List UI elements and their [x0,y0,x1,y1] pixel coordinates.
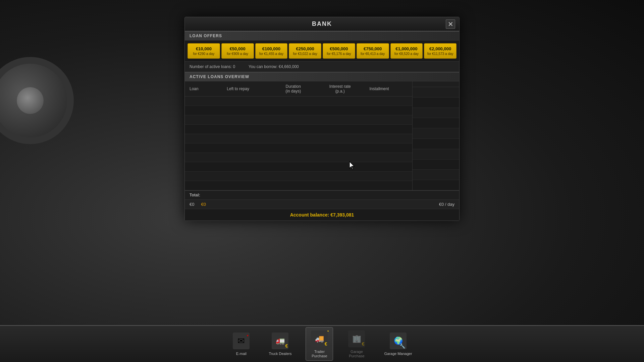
loan-offer-6[interactable]: €1,000,000 for €8,520 a day [390,43,423,59]
nav-icon-trailer-container: ● ● ● 🚚 € [310,329,329,348]
nav-item-truck-dealers[interactable]: 🚛 € Truck Dealers [265,329,296,358]
nav-icon-email-container: ✉ ● [232,331,251,350]
nav-garage-purchase-label: GaragePurchase [349,350,364,358]
nav-truck-dealers-label: Truck Dealers [269,352,291,356]
total-row-label: Total: [185,190,459,199]
account-balance-text: Account balance: €7,393,081 [290,212,354,218]
dialog-titlebar: BANK ✕ [185,17,459,31]
table-row [185,143,412,153]
table-row [185,172,412,181]
bank-dialog: BANK ✕ LOAN OFFERS €10,000 for €290 a da… [184,17,460,221]
table-right-row [413,108,459,118]
garage-purchase-icon: 🏢 € [348,330,365,347]
table-right-row [413,87,459,98]
dialog-backdrop: BANK ✕ LOAN OFFERS €10,000 for €290 a da… [0,0,644,362]
col-interest-rate: Interest rate (p.a.) [315,81,365,97]
nav-icon-truck-dealers-container: 🚛 € [271,331,289,350]
loan-offer-0[interactable]: €10,000 for €290 a day [187,43,220,59]
active-loans-count: Number of active loans: 0 [190,64,235,69]
nav-trailer-purchase-label: TrailerPurchase [312,350,327,358]
total-installment-value: €0 / day [439,202,454,207]
col-duration: Duration (in days) [271,81,315,97]
table-right-row [413,118,459,128]
table-right-row [413,149,459,160]
nav-icon-garage-purchase-container: 🏢 € [347,329,366,348]
values-bar: €0 €0 €0 / day [185,199,459,209]
table-right-rows [413,87,459,190]
loan-offer-1[interactable]: €50,000 for €909 a day [221,43,254,59]
table-right-row [413,160,459,170]
table-row [185,115,412,125]
email-icon: ✉ ● [233,333,250,349]
nav-item-trailer-purchase[interactable]: ● ● ● 🚚 € TrailerPurchase [306,327,333,361]
table-row [185,134,412,143]
loan-info-bar: Number of active loans: 0 You can borrow… [185,61,459,72]
table-right-row [413,170,459,180]
table-right-row [413,180,459,190]
col-installment: Installment [365,81,413,97]
table-row [185,162,412,172]
table-right-row [413,139,459,149]
nav-item-garage-manager[interactable]: 🌍 🔧 Garage Manager [380,329,416,358]
loan-offer-5[interactable]: €750,000 for €6,413 a day [357,43,389,59]
loan-offer-3[interactable]: €250,000 for €3,022 a day [289,43,321,59]
loan-offers-container: €10,000 for €290 a day €50,000 for €909 … [185,41,459,61]
nav-garage-manager-label: Garage Manager [384,352,412,356]
truck-dealers-icon: 🚛 € [272,333,288,349]
loan-offers-header: LOAN OFFERS [185,31,459,41]
table-row [185,153,412,162]
table-right-panel [412,81,459,190]
active-loans-table-wrapper: Loan Left to repay Duration (in days) In… [185,81,459,190]
table-right-header [413,81,459,87]
close-button[interactable]: ✕ [446,19,455,29]
table-row [185,181,412,190]
trailer-purchase-icon: 🚚 € [311,330,328,347]
table-row [185,125,412,134]
nav-icon-garage-manager-container: 🌍 🔧 [389,331,408,350]
account-balance-bar: Account balance: €7,393,081 [185,209,459,221]
loan-offer-7[interactable]: €2,000,000 for €11,573 a day [424,43,457,59]
total-repay-value: €0 [201,202,206,207]
table-row [185,106,412,115]
table-main: Loan Left to repay Duration (in days) In… [185,81,412,190]
col-left-to-repay: Left to repay [222,81,271,97]
garage-manager-icon: 🌍 🔧 [390,333,407,349]
nav-item-garage-purchase[interactable]: 🏢 € GaragePurchase [343,327,370,360]
total-loan-value: €0 [190,202,194,207]
table-right-row [413,128,459,139]
bottom-nav: ✉ ● E-mail 🚛 € Truck Dealers ● ● ● 🚚 € [0,325,644,362]
can-borrow-amount: You can borrow: €4,660,000 [249,64,299,69]
col-loan: Loan [185,81,222,97]
loan-offer-2[interactable]: €100,000 for €1,455 a day [255,43,288,59]
table-right-row [413,98,459,108]
nav-email-label: E-mail [236,352,247,356]
nav-item-email[interactable]: ✉ ● E-mail [228,329,255,358]
dialog-title: BANK [312,20,332,27]
active-loans-header: ACTIVE LOANS OVERVIEW [185,72,459,81]
loans-table: Loan Left to repay Duration (in days) In… [185,81,412,190]
table-row [185,97,412,106]
loan-offer-4[interactable]: €500,000 for €5,176 a day [323,43,355,59]
